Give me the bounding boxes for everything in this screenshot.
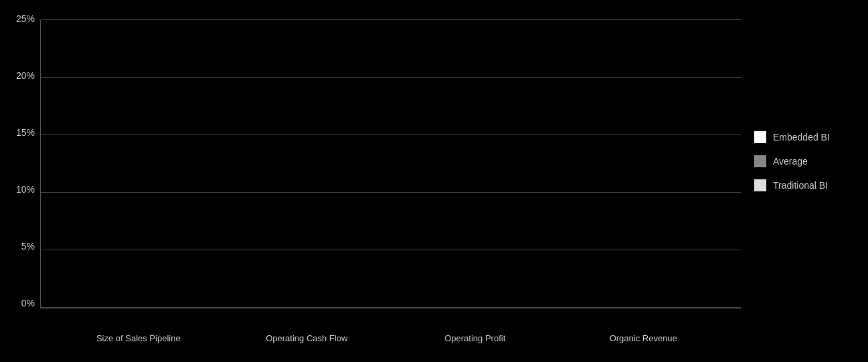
chart-inner: 0%5%10%15%20%25% Size of Sales PipelineO… [7, 13, 741, 349]
y-axis-label: 20% [16, 70, 35, 81]
x-axis-label: Size of Sales Pipeline [72, 333, 205, 345]
chart-area: 0%5%10%15%20%25% Size of Sales PipelineO… [7, 13, 741, 349]
legend-label: Traditional BI [773, 180, 828, 191]
y-axis-label: 25% [16, 13, 35, 24]
legend-item: Traditional BI [754, 179, 861, 191]
grid-and-bars: Size of Sales PipelineOperating Cash Flo… [40, 20, 741, 308]
y-axis-label: 5% [21, 241, 35, 252]
legend-swatch [754, 131, 766, 143]
x-axis-label: Organic Revenue [576, 333, 710, 345]
x-axis-label: Operating Cash Flow [240, 333, 373, 345]
y-axis: 0%5%10%15%20%25% [7, 13, 40, 308]
y-axis-label: 10% [16, 184, 35, 195]
legend-swatch [754, 155, 766, 167]
y-axis-label: 0% [21, 298, 35, 308]
legend-label: Embedded BI [773, 132, 830, 143]
legend-label: Average [773, 156, 808, 167]
chart-container: 0%5%10%15%20%25% Size of Sales PipelineO… [0, 0, 868, 362]
legend-item: Embedded BI [754, 131, 861, 143]
legend: Embedded BIAverageTraditional BI [741, 131, 861, 232]
x-axis-label: Operating Profit [408, 333, 542, 345]
legend-item: Average [754, 155, 861, 167]
x-labels: Size of Sales PipelineOperating Cash Flo… [41, 333, 741, 345]
y-axis-label: 15% [16, 127, 35, 138]
legend-swatch [754, 179, 766, 191]
bar-groups [41, 20, 741, 308]
